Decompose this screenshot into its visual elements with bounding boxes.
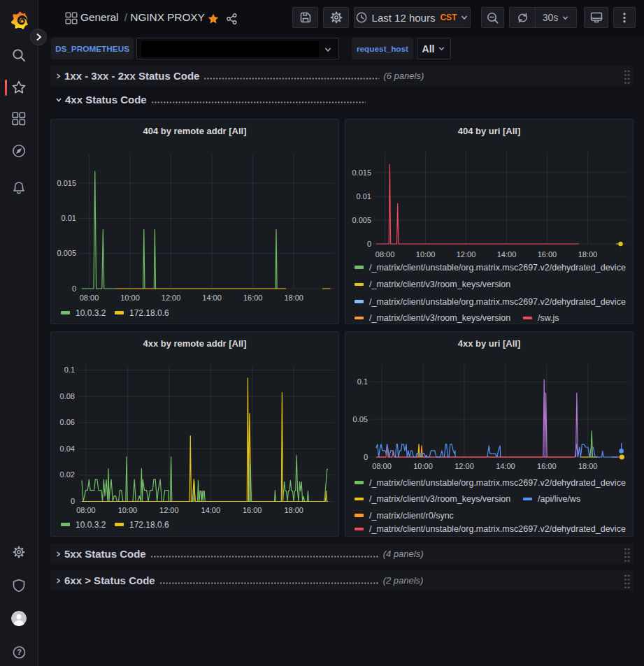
svg-text:0.005: 0.005: [57, 249, 76, 257]
svg-text:12:00: 12:00: [455, 462, 474, 470]
svg-text:16:00: 16:00: [537, 462, 557, 470]
svg-text:18:00: 18:00: [284, 294, 303, 302]
svg-text:0.05: 0.05: [353, 415, 368, 424]
svg-text:14:00: 14:00: [496, 462, 515, 470]
svg-text:10:00: 10:00: [118, 506, 138, 514]
svg-text:0: 0: [364, 453, 368, 461]
svg-text:?: ?: [17, 648, 22, 656]
svg-text:18:00: 18:00: [284, 506, 303, 514]
svg-text:0.01: 0.01: [62, 214, 76, 222]
svg-text:12:00: 12:00: [159, 506, 179, 514]
svg-text:0.08: 0.08: [60, 392, 75, 400]
svg-text:0.02: 0.02: [60, 470, 75, 479]
svg-text:0.015: 0.015: [352, 168, 371, 177]
svg-text:14:00: 14:00: [497, 250, 517, 259]
svg-text:0: 0: [72, 284, 76, 293]
svg-text:12:00: 12:00: [457, 250, 476, 259]
svg-text:0.01: 0.01: [357, 192, 371, 201]
svg-text:18:00: 18:00: [578, 462, 598, 470]
svg-text:10:00: 10:00: [416, 250, 436, 259]
svg-text:10:00: 10:00: [120, 294, 140, 302]
svg-text:0: 0: [71, 497, 75, 505]
svg-text:0.1: 0.1: [64, 365, 75, 374]
svg-text:08:00: 08:00: [76, 506, 96, 514]
svg-text:0.015: 0.015: [57, 179, 76, 187]
svg-text:12:00: 12:00: [162, 294, 181, 302]
svg-text:16:00: 16:00: [538, 250, 557, 259]
svg-text:10:00: 10:00: [413, 462, 433, 470]
svg-text:08:00: 08:00: [80, 294, 99, 302]
svg-text:08:00: 08:00: [372, 462, 392, 470]
svg-text:0.06: 0.06: [60, 418, 75, 426]
svg-text:14:00: 14:00: [201, 506, 221, 514]
svg-text:08:00: 08:00: [375, 250, 395, 259]
svg-text:0.005: 0.005: [352, 216, 371, 224]
svg-text:14:00: 14:00: [202, 294, 222, 302]
svg-text:0.1: 0.1: [357, 377, 368, 386]
svg-text:16:00: 16:00: [243, 506, 262, 514]
svg-text:16:00: 16:00: [243, 294, 263, 302]
svg-text:0.04: 0.04: [60, 444, 75, 453]
svg-text:18:00: 18:00: [578, 250, 598, 259]
svg-text:0: 0: [367, 240, 371, 248]
